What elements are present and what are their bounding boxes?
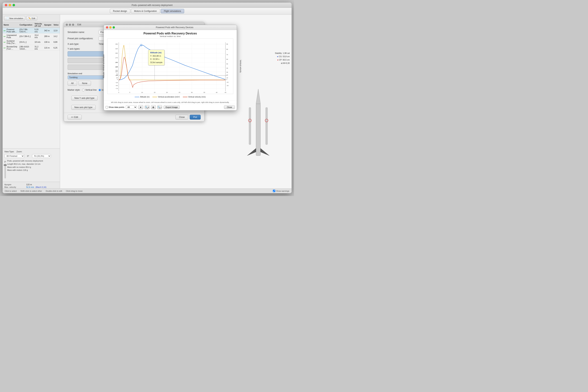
chart-close-button[interactable]: Close: [224, 105, 235, 109]
new-simulation-button[interactable]: 📄 New simulation: [4, 16, 25, 20]
none-button[interactable]: None: [79, 81, 91, 86]
simulations-table: Name Configuration Velocity off rod Apog…: [3, 22, 60, 148]
sim-end-tumbling[interactable]: Tumbling: [68, 76, 105, 79]
chart-controls: Show data points All ▾ 🔍+ ⊕ 🔍− Export Im…: [104, 104, 237, 110]
left-panel: 📄 New simulation ✏️ Edit Name Configurat…: [3, 14, 60, 193]
preset-label: Preset plot configurations:: [68, 37, 97, 40]
table-row[interactable]: ●✓ Sustainer Only [Tur... [C6-5;;;] 18 m…: [3, 39, 60, 45]
svg-text:325: 325: [115, 48, 118, 50]
dialog-close-btn[interactable]: [66, 24, 68, 26]
edit-back-button[interactable]: << Edit: [68, 115, 82, 120]
table-row[interactable]: ●✓ Powered Pods with... [C6-7;B6-0;A3-4;…: [3, 28, 60, 34]
table-row[interactable]: ●✓ BoosterOnly [Turn ... [:B6-4;A10-3;A1…: [3, 45, 60, 51]
sim-name-label: Simulation name:: [68, 31, 97, 34]
svg-text:90: 90: [226, 43, 228, 45]
zoom-in-icon[interactable]: 🔍+: [145, 105, 149, 109]
all-button[interactable]: All: [68, 81, 77, 86]
view-type-select[interactable]: 3D Finished: [5, 154, 24, 158]
chart-header: Powered Pods with Recovery Devices Verti…: [106, 32, 235, 38]
svg-text:125: 125: [115, 66, 118, 68]
svg-text:15: 15: [154, 92, 155, 93]
center-panel: Edit Simulation name: Preset plot config…: [60, 14, 291, 193]
dialog-controls: [66, 24, 74, 26]
chart-min-btn[interactable]: [109, 26, 112, 28]
chart-close-btn[interactable]: [106, 26, 108, 28]
max-velocity-label: Max. velocity: [5, 186, 25, 188]
svg-text:-10: -10: [226, 82, 228, 83]
chart-tooltip: Altitude (m) Y: 302,88 m X: 15,58 s 313r…: [148, 50, 165, 65]
col-config: Configuration: [19, 22, 34, 28]
zoom-label: Zoom:: [17, 150, 22, 153]
show-warnings-checkbox[interactable]: [273, 190, 275, 192]
svg-text:45: 45: [224, 92, 226, 93]
show-data-points-check[interactable]: Show data points: [106, 106, 124, 108]
svg-text:−25: −25: [115, 82, 118, 84]
dialog-min-btn[interactable]: [69, 24, 71, 26]
main-area: 📄 New simulation ✏️ Edit Name Configurat…: [3, 14, 291, 193]
y-left-label: Altitude; Vertical acceleration: [102, 54, 105, 78]
table-row[interactable]: ●✓ Unpowered Pods [C6-7;B6-0;;] 15,4 m/s…: [3, 34, 60, 39]
zoom-fit-icon[interactable]: ⊕: [151, 105, 156, 109]
svg-rect-67: [249, 108, 251, 144]
svg-text:-20: -20: [226, 85, 228, 86]
sim-toolbar: 📄 New simulation ✏️ Edit: [3, 14, 60, 22]
hint-click: Click to select: [5, 190, 17, 192]
minimize-btn[interactable]: [9, 4, 11, 6]
angle-panel: 0°: [5, 159, 6, 180]
angle-slider[interactable]: [5, 164, 6, 178]
legend-altitude: Altitude (m): [135, 96, 149, 98]
zoom-out-icon[interactable]: 🔍−: [157, 105, 162, 109]
edit-simulation-button[interactable]: ✏️ Edit: [26, 16, 37, 20]
status-green-icon: ●✓: [4, 35, 6, 38]
chart-container[interactable]: Altitude; Vertical acceleration Vertical…: [107, 38, 233, 94]
plot-button[interactable]: Plot: [190, 115, 201, 120]
svg-text:0: 0: [118, 92, 119, 93]
tab-rocket-design[interactable]: Rocket design: [110, 9, 130, 13]
new-axis-plot-type-button[interactable]: New axis plot type: [71, 105, 96, 110]
show-warnings-label: Show warnings: [276, 190, 289, 192]
export-image-button[interactable]: Export Image: [164, 105, 180, 109]
angle-value: 0°: [5, 161, 6, 163]
svg-text:0: 0: [117, 79, 118, 80]
chart-zoom-select[interactable]: All: [126, 105, 137, 109]
svg-text:25: 25: [116, 77, 118, 79]
new-y-axis-button[interactable]: New Y axis plot type: [71, 96, 98, 100]
svg-text:40: 40: [226, 67, 228, 69]
dialog-close-button[interactable]: Close: [175, 115, 188, 120]
apogee-value: 115 m: [26, 184, 32, 186]
max-velocity-value: 52,6 m/s: [26, 186, 34, 188]
tab-motors-config[interactable]: Motors & Configuration: [131, 9, 160, 13]
tab-flight-simulations[interactable]: Flight simulations: [161, 9, 184, 13]
svg-text:10: 10: [141, 92, 143, 93]
svg-text:40: 40: [216, 92, 217, 93]
svg-text:50: 50: [116, 74, 118, 76]
status-green-icon: ●✓: [4, 47, 6, 49]
svg-text:70: 70: [226, 54, 228, 56]
maximize-btn[interactable]: [13, 4, 15, 6]
svg-text:30: 30: [226, 72, 228, 73]
svg-text:35: 35: [203, 92, 205, 93]
marker-vertical-line[interactable]: Vertical line: [82, 89, 97, 91]
view-type-label: View Type:: [5, 150, 14, 153]
view-panel: View Type: Zoom: 3D Finished 0° Fit (33,…: [3, 148, 60, 182]
svg-text:25: 25: [179, 92, 180, 93]
close-btn[interactable]: [5, 4, 7, 6]
svg-text:10: 10: [226, 77, 228, 79]
zoom-select[interactable]: Fit (33,3%): [32, 154, 51, 158]
svg-text:20: 20: [166, 92, 168, 93]
angle-display: 0°: [27, 155, 29, 157]
titlebar: Pods--powered with recovery deployment: [3, 2, 291, 8]
dialog-max-btn[interactable]: [72, 24, 74, 26]
svg-text:−75: −75: [115, 88, 118, 90]
chart-max-btn[interactable]: [113, 26, 115, 28]
chart-titlebar: Powered Pods with Recovery Devices: [104, 25, 237, 30]
zoom-dropdown-icon[interactable]: ▾: [138, 105, 143, 109]
chart-area: Powered Pods with Recovery Devices Verti…: [104, 30, 237, 100]
svg-text:5: 5: [129, 92, 130, 93]
svg-text:350: 350: [115, 43, 118, 45]
statusbar: Click to select Shift+click to select ot…: [3, 188, 291, 193]
edit-icon: ✏️: [28, 17, 31, 20]
chart-window-title: Powered Pods with Recovery Devices: [115, 26, 234, 29]
marker-label: Marker style:: [68, 89, 80, 91]
hint-double-click: Double-click to edit: [46, 190, 62, 192]
